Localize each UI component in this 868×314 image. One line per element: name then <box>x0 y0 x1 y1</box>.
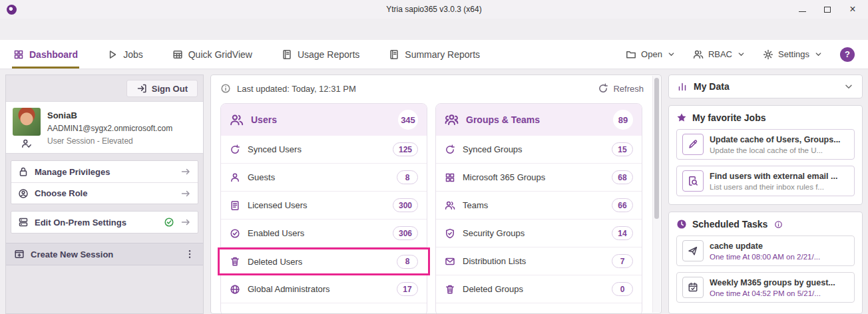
tab-quick-gridview[interactable]: Quick GridView <box>172 40 252 69</box>
row-synced-users[interactable]: Synced Users 125 <box>221 136 427 164</box>
my-data-icon <box>677 81 688 92</box>
teams-icon <box>445 200 455 211</box>
row-deleted-users[interactable]: Deleted Users 8 <box>218 247 430 275</box>
chevron-down-icon[interactable] <box>843 81 854 92</box>
task-subtitle: One time At 08:00 AM on 2/21/... <box>710 253 820 261</box>
refresh-icon <box>598 83 608 94</box>
tab-label: Dashboard <box>29 49 78 60</box>
avatar <box>13 108 41 136</box>
create-new-session-button[interactable]: Create New Session <box>6 243 203 265</box>
tabs: Dashboard Jobs Quick GridView Usage Repo… <box>13 40 480 69</box>
settings-menu-button[interactable]: Settings <box>763 49 823 60</box>
row-licensed-users[interactable]: Licensed Users 300 <box>221 192 427 220</box>
rbac-people-icon <box>693 49 704 60</box>
globe-icon <box>230 284 240 295</box>
sign-out-row: Sign Out <box>6 75 203 101</box>
scheduled-task-item[interactable]: cache update One time At 08:00 AM on 2/2… <box>676 236 855 266</box>
my-data-header[interactable]: My Data <box>668 75 863 98</box>
sign-out-button[interactable]: Sign Out <box>126 80 198 97</box>
row-deleted-groups[interactable]: Deleted Groups 0 <box>436 275 642 303</box>
row-teams[interactable]: Teams 66 <box>436 192 642 220</box>
refresh-button[interactable]: Refresh <box>598 83 644 94</box>
minimize-button[interactable] <box>797 5 807 14</box>
m365-grid-icon <box>445 172 455 183</box>
guest-icon <box>230 172 240 183</box>
row-global-administrators[interactable]: Global Administrators 17 <box>221 275 427 303</box>
task-icon-box <box>682 240 704 261</box>
gear-icon <box>763 49 773 60</box>
close-button[interactable]: × <box>848 5 857 14</box>
settings-label: Settings <box>778 49 809 59</box>
arrow-right-icon <box>180 217 191 228</box>
stat-cards-row: Users 345 Synced Users 125 Guests 8 <box>211 102 661 314</box>
new-session-icon <box>14 249 25 259</box>
maximize-button[interactable] <box>823 5 832 14</box>
count-badge: 306 <box>393 226 418 240</box>
open-menu-button[interactable]: Open <box>626 49 676 60</box>
job-subtitle: List users and their inbox rules f... <box>710 183 837 191</box>
arrow-right-icon <box>180 188 191 199</box>
row-label: Guests <box>248 172 275 182</box>
vertical-scrollbar[interactable] <box>652 76 660 313</box>
tab-usage-reports[interactable]: Usage Reports <box>282 40 359 69</box>
groups-teams-card: Groups & Teams 89 Synced Groups 15 Micro… <box>435 103 642 314</box>
groups-card-header[interactable]: Groups & Teams 89 <box>436 104 642 136</box>
session-sidebar: Sign Out SoniaB AADMIN1@sygx2.onmicrosof… <box>5 75 204 314</box>
scheduled-tasks-section: Scheduled Tasks cache update One time At… <box>668 212 863 314</box>
row-synced-groups[interactable]: Synced Groups 15 <box>436 136 642 164</box>
info-icon[interactable] <box>774 220 783 229</box>
enabled-icon <box>230 228 240 239</box>
scrollbar-thumb[interactable] <box>654 78 659 219</box>
my-data-label: My Data <box>694 81 730 92</box>
choose-role-button[interactable]: Choose Role <box>11 182 198 204</box>
row-m365-groups[interactable]: Microsoft 365 Groups 68 <box>436 164 642 192</box>
row-enabled-users[interactable]: Enabled Users 306 <box>221 220 427 247</box>
task-text: Weekly M365 groups by guest... One time … <box>710 278 835 297</box>
tab-label: Summary Reports <box>405 49 480 60</box>
count-badge: 15 <box>612 142 633 156</box>
tab-jobs[interactable]: Jobs <box>107 40 143 69</box>
row-security-groups[interactable]: Security Groups 14 <box>436 220 642 247</box>
row-label: Synced Users <box>248 144 302 154</box>
favorite-job-item[interactable]: Find users with external email ... List … <box>676 166 855 196</box>
edit-onprem-settings-button[interactable]: Edit On-Prem Settings <box>11 212 198 233</box>
row-distribution-lists[interactable]: Distribution Lists 7 <box>436 247 642 275</box>
role-icon <box>18 188 29 199</box>
tab-bar: Dashboard Jobs Quick GridView Usage Repo… <box>0 40 868 69</box>
trash-icon <box>230 256 240 267</box>
help-button[interactable]: ? <box>840 47 855 62</box>
row-label: Distribution Lists <box>463 256 526 266</box>
kebab-menu-icon[interactable] <box>184 249 195 259</box>
count-badge: 66 <box>612 198 633 212</box>
app-window: Ytria sapio365 v3.0.3 (x64) × Dashboard … <box>0 0 868 314</box>
row-label: Synced Groups <box>463 144 523 154</box>
rbac-label: RBAC <box>708 49 732 59</box>
server-icon <box>18 217 29 228</box>
tab-dashboard[interactable]: Dashboard <box>13 40 78 69</box>
user-email: AADMIN1@sygx2.onmicrosoft.com <box>47 122 172 135</box>
shield-icon <box>445 228 455 239</box>
rbac-menu-button[interactable]: RBAC <box>693 49 746 60</box>
user-session-type: User Session - Elevated <box>47 135 172 148</box>
tab-summary-reports[interactable]: Summary Reports <box>389 40 480 69</box>
clock-icon <box>676 219 687 230</box>
favorite-jobs-section: My favorite Jobs Update cache of Users, … <box>668 105 863 205</box>
privilege-menu-group: Manage Privileges Choose Role <box>11 160 198 204</box>
arrow-right-icon <box>180 166 191 177</box>
count-badge: 14 <box>612 226 633 240</box>
job-title: Update cache of Users, Groups... <box>710 135 841 144</box>
title-bar: Ytria sapio365 v3.0.3 (x64) × <box>0 0 868 19</box>
sign-out-icon <box>136 83 147 94</box>
manage-privileges-button[interactable]: Manage Privileges <box>11 161 198 182</box>
users-total-badge: 345 <box>398 110 418 130</box>
onprem-menu-group: Edit On-Prem Settings <box>11 211 198 234</box>
users-card-header[interactable]: Users 345 <box>221 104 427 136</box>
favorite-job-item[interactable]: Update cache of Users, Groups... Update … <box>676 129 855 160</box>
groups-icon <box>445 113 459 127</box>
scheduled-task-item[interactable]: Weekly M365 groups by guest... One time … <box>676 272 855 303</box>
row-guests[interactable]: Guests 8 <box>221 164 427 192</box>
job-title: Find users with external email ... <box>710 172 837 181</box>
mail-icon <box>445 256 455 267</box>
dashboard-header: Last updated: Today, 12:31 PM Refresh <box>211 75 661 102</box>
row-label: Security Groups <box>463 228 525 238</box>
